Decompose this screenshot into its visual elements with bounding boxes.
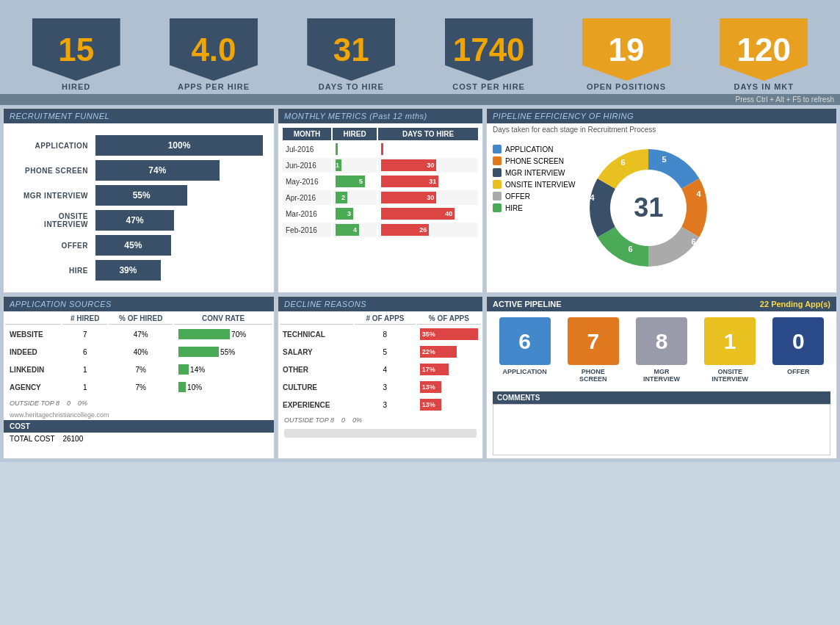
segment-label-5: 5 [662, 155, 666, 164]
funnel-row-onsite: ONSITE INTERVIEW 47% [15, 210, 263, 231]
metrics-row: Jul-2016 [283, 142, 478, 156]
decline-scrollbar[interactable] [284, 429, 477, 438]
metrics-hired: 1 [333, 158, 377, 173]
segment-label-4-left: 4 [590, 193, 594, 202]
funnel-row-phone: PHONE SCREEN 74% [15, 160, 263, 181]
funnel-bar-mgr: 55% [95, 185, 187, 206]
source-row-website: WEBSITE 7 47% 70% [5, 326, 272, 342]
metrics-row: Feb-2016426 [283, 223, 478, 237]
funnel-bar-container-hire: 39% [95, 260, 263, 281]
metrics-days: 30 [378, 190, 478, 205]
decline-col-pct: % OF APPS [417, 313, 481, 325]
segment-label-6-bottom: 6 [628, 245, 632, 253]
sources-footer: OUTSIDE TOP 8 0 0% [4, 397, 274, 410]
kpi-hired: 15 HIRED [18, 18, 135, 91]
pipeline-content: APPLICATION PHONE SCREEN MGR INTERVIEW O… [487, 136, 836, 280]
metrics-subtitle: (Past 12 mths) [369, 112, 427, 120]
legend-offer: OFFER [493, 192, 575, 200]
decline-panel: DECLINE REASONS # OF APPS % OF APPS TECH… [278, 296, 483, 459]
kpi-days-to-hire: 31 DAYS TO HIRE [292, 18, 410, 91]
cost-section: COST [4, 420, 274, 433]
funnel-bar-container-application: 100% [95, 135, 263, 156]
decline-label-culture: CULTURE [280, 379, 353, 395]
outside-hired: 0 [67, 400, 70, 407]
source-label-website: WEBSITE [5, 326, 61, 342]
funnel-bar-hire: 39% [95, 260, 161, 281]
pipeline-panel: PIPELINE EFFICIENCY OF HIRING Days taken… [486, 108, 837, 293]
metrics-col-hired: HIRED [333, 128, 377, 140]
pipeline-box-phone: 7 PHONE SCREEN [568, 317, 619, 383]
metrics-row: Apr-2016230 [283, 190, 478, 205]
legend-dot-mgr [493, 168, 502, 177]
kpi-badge-cost: 1740 [445, 18, 533, 81]
funnel-label-application: APPLICATION [15, 142, 95, 150]
comments-body[interactable] [493, 404, 830, 455]
decline-label-technical: TECHNICAL [280, 326, 353, 342]
metrics-month: May-2016 [283, 174, 331, 189]
decline-row-salary: SALARY 5 22% [280, 344, 481, 360]
cost-row: TOTAL COST 26100 [4, 433, 274, 445]
funnel-title: RECRUITMENT FUNNEL [10, 112, 109, 120]
comments-header: COMMENTS [493, 391, 830, 404]
metrics-month: Jul-2016 [283, 142, 331, 156]
source-pct-linkedin: 7% [109, 361, 173, 377]
kpi-badge-mkt: 120 [720, 18, 808, 81]
sources-table: # HIRED % OF HIRED CONV RATE WEBSITE 7 4… [4, 311, 274, 397]
outside-pct: 0% [78, 400, 87, 407]
kpi-value-hired: 15 [58, 32, 94, 68]
kpi-badge-apps: 4.0 [170, 18, 258, 81]
active-pipeline-title: ACTIVE PIPELINE [493, 300, 562, 308]
funnel-bar-onsite: 47% [95, 210, 174, 231]
decline-row-experience: EXPERIENCE 3 13% [280, 397, 481, 413]
kpi-label-open: OPEN POSITIONS [587, 82, 666, 91]
kpi-value-mkt: 120 [737, 32, 791, 68]
decline-outside-apps: 0 [341, 416, 345, 424]
funnel-header: RECRUITMENT FUNNEL [4, 109, 274, 123]
funnel-row-application: APPLICATION 100% [15, 135, 263, 156]
metrics-month: Feb-2016 [283, 223, 331, 237]
funnel-row-hire: HIRE 39% [15, 260, 263, 281]
metrics-hired: 4 [333, 223, 377, 237]
sources-col-pct: % OF HIRED [109, 313, 173, 325]
legend-hire: HIRE [493, 203, 575, 212]
metrics-hired: 2 [333, 190, 377, 205]
kpi-value-open: 19 [608, 32, 644, 68]
pipeline-box-application: 6 APPLICATION [499, 317, 551, 383]
metrics-days: 31 [378, 174, 478, 189]
decline-outside-label: OUTSIDE TOP 8 [284, 416, 334, 424]
funnel-bar-offer: 45% [95, 235, 171, 256]
source-hired-website: 7 [62, 326, 107, 342]
metrics-hired: 3 [333, 206, 377, 221]
source-conv-website: 70% [174, 326, 272, 342]
metrics-month: Mar-2016 [283, 206, 331, 221]
legend-label-application: APPLICATION [505, 145, 553, 153]
kpi-value-apps: 4.0 [191, 32, 236, 68]
decline-pct-technical: 35% [417, 326, 481, 342]
source-pct-indeed: 40% [109, 344, 173, 360]
decline-label-salary: SALARY [280, 344, 353, 360]
pipeline-header: PIPELINE EFFICIENCY OF HIRING [487, 109, 836, 123]
decline-header: DECLINE REASONS [278, 297, 482, 311]
metrics-title: MONTHLY METRICS [284, 112, 367, 120]
metrics-days [378, 142, 478, 156]
donut-center-value: 31 [634, 192, 663, 223]
metrics-days: 26 [378, 223, 478, 237]
refresh-hint: Press Ctrl + Alt + F5 to refresh [736, 95, 835, 104]
kpi-badge-days: 31 [307, 18, 395, 81]
decline-col-apps: # OF APPS [355, 313, 416, 325]
funnel-label-onsite: ONSITE INTERVIEW [15, 212, 95, 228]
sources-panel: APPLICATION SOURCES # HIRED % OF HIRED C… [3, 296, 275, 459]
kpi-open-positions: 19 OPEN POSITIONS [568, 18, 685, 91]
metrics-hired [333, 142, 377, 156]
decline-table: # OF APPS % OF APPS TECHNICAL 8 35% SALA… [278, 311, 482, 414]
metrics-month: Jun-2016 [283, 158, 331, 173]
kpi-label-apps: APPS PER HIRE [178, 82, 250, 91]
kpi-badge-open: 19 [582, 18, 670, 81]
metrics-col-days: DAYS TO HIRE [378, 128, 478, 140]
legend-dot-phone [493, 156, 502, 165]
source-hired-indeed: 6 [62, 344, 107, 360]
funnel-label-phone: PHONE SCREEN [15, 167, 95, 175]
source-row-linkedin: LINKEDIN 1 7% 14% [5, 361, 272, 377]
pipeline-num-application: 6 [499, 317, 551, 365]
pipeline-val-mgr: 8 [656, 329, 668, 354]
